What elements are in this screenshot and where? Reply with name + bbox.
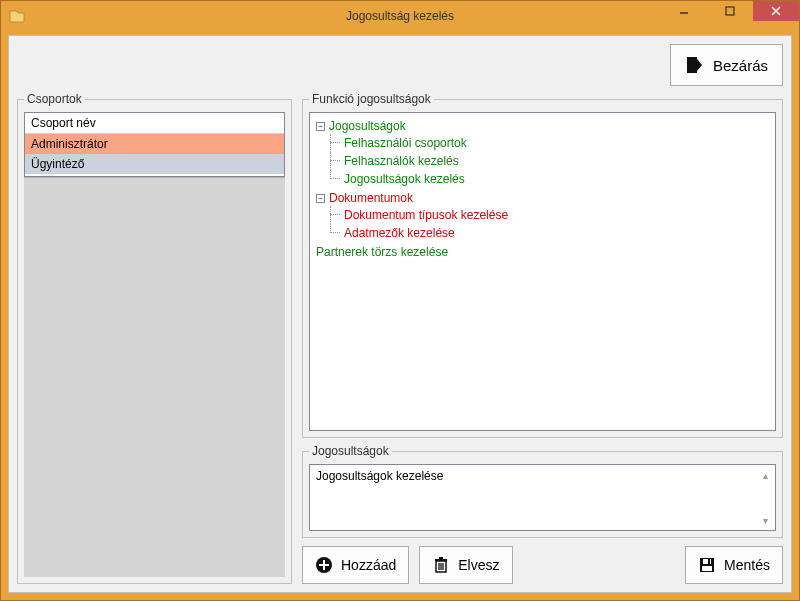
permissions-panel: Jogosultságok Jogosultságok kezelése ▴ ▾ xyxy=(302,444,783,538)
permissions-value: Jogosultságok kezelése xyxy=(316,469,443,483)
tree-node[interactable]: Felhasználók kezelés xyxy=(344,154,459,168)
expander-icon[interactable]: − xyxy=(316,122,325,131)
trash-icon xyxy=(432,556,450,574)
app-icon xyxy=(9,8,25,24)
tree-node[interactable]: Jogosultságok kezelés xyxy=(344,172,465,186)
bottom-toolbar: Hozzáad xyxy=(302,544,783,584)
app-window: Jogosultság kezelés Bezárás xyxy=(0,0,800,601)
tree-node[interactable]: Dokumentum típusok kezelése xyxy=(344,208,508,222)
close-button[interactable]: Bezárás xyxy=(670,44,783,86)
tree-node[interactable]: Felhasználói csoportok xyxy=(344,136,467,150)
maximize-button[interactable] xyxy=(707,1,753,21)
remove-button[interactable]: Elvesz xyxy=(419,546,512,584)
save-button-label: Mentés xyxy=(724,557,770,573)
exit-icon xyxy=(685,55,705,75)
functions-legend: Funkció jogosultságok xyxy=(309,92,434,106)
expander-icon[interactable]: − xyxy=(316,194,325,203)
svg-rect-13 xyxy=(439,557,443,559)
tree-node[interactable]: Dokumentumok xyxy=(329,191,413,205)
svg-rect-1 xyxy=(726,7,734,15)
plus-icon xyxy=(315,556,333,574)
svg-rect-16 xyxy=(702,566,712,571)
groups-panel: Csoportok Csoport név Adminisztrátor Ügy… xyxy=(17,92,292,584)
table-row[interactable]: Adminisztrátor xyxy=(25,134,284,154)
remove-button-label: Elvesz xyxy=(458,557,499,573)
save-icon xyxy=(698,556,716,574)
save-button[interactable]: Mentés xyxy=(685,546,783,584)
groups-table[interactable]: Csoport név Adminisztrátor Ügyintéző xyxy=(24,112,285,177)
close-window-button[interactable] xyxy=(753,1,799,21)
tree-node[interactable]: Partnerek törzs kezelése xyxy=(316,245,448,259)
table-row[interactable]: Ügyintéző xyxy=(25,154,284,174)
groups-empty-area xyxy=(24,177,285,577)
tree-node[interactable]: Jogosultságok xyxy=(329,119,406,133)
groups-column-header[interactable]: Csoport név xyxy=(25,113,284,134)
scroll-down-icon[interactable]: ▾ xyxy=(757,512,773,528)
svg-rect-4 xyxy=(687,57,697,73)
tree-node[interactable]: Adatmezők kezelése xyxy=(344,226,455,240)
main-area: Csoportok Csoport név Adminisztrátor Ügy… xyxy=(17,92,783,584)
client-area: Bezárás Csoportok Csoport név Adminisztr… xyxy=(8,35,792,593)
right-column: Funkció jogosultságok −Jogosultságok Fel… xyxy=(302,92,783,584)
minimize-button[interactable] xyxy=(661,1,707,21)
permissions-legend: Jogosultságok xyxy=(309,444,392,458)
groups-legend: Csoportok xyxy=(24,92,85,106)
close-button-label: Bezárás xyxy=(713,57,768,74)
add-button-label: Hozzáad xyxy=(341,557,396,573)
window-title: Jogosultság kezelés xyxy=(346,9,454,23)
permissions-text[interactable]: Jogosultságok kezelése ▴ ▾ xyxy=(309,464,776,531)
functions-tree[interactable]: −Jogosultságok Felhasználói csoportok Fe… xyxy=(309,112,776,431)
titlebar: Jogosultság kezelés xyxy=(1,1,799,31)
functions-panel: Funkció jogosultságok −Jogosultságok Fel… xyxy=(302,92,783,438)
spacer xyxy=(523,546,676,584)
window-controls xyxy=(661,1,799,31)
add-button[interactable]: Hozzáad xyxy=(302,546,409,584)
top-toolbar: Bezárás xyxy=(17,44,783,86)
svg-rect-17 xyxy=(708,559,710,564)
scroll-up-icon[interactable]: ▴ xyxy=(757,467,773,483)
svg-rect-12 xyxy=(435,559,447,561)
